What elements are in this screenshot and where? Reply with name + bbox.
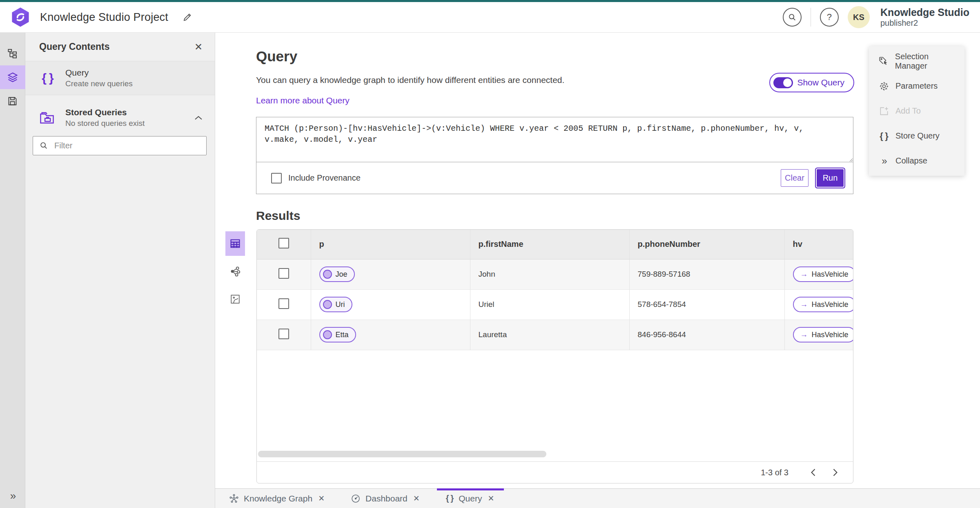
cell-phone-number: 759-889-57168 [629, 259, 784, 289]
row-checkbox[interactable] [278, 329, 289, 339]
search-button[interactable] [783, 8, 802, 27]
panel-close-button[interactable]: ✕ [194, 42, 203, 52]
search-icon [788, 13, 797, 22]
table-row: JoeJohn759-889-57168→HasVehicle [257, 259, 853, 289]
row-checkbox[interactable] [278, 298, 289, 309]
menu-item-collapse[interactable]: » Collapse [869, 148, 964, 173]
relationship-pill[interactable]: →HasVehicle [793, 266, 854, 282]
table-header-row: p p.firstName p.phoneNumber hv [257, 230, 853, 259]
previous-page-button[interactable] [805, 464, 821, 481]
panel-item-query[interactable]: { } Query Create new queries [25, 61, 215, 95]
arrow-right-icon: → [800, 270, 808, 279]
account-user: publisher2 [880, 18, 969, 28]
edit-title-button[interactable] [180, 10, 194, 24]
entity-pill[interactable]: Etta [319, 327, 356, 342]
query-description: You can query a knowledge graph to ident… [256, 75, 853, 85]
entity-node-icon [323, 330, 332, 339]
rail-expand-button[interactable]: » [0, 490, 25, 502]
horizontal-scrollbar-thumb[interactable] [258, 451, 546, 457]
entity-pill[interactable]: Joe [319, 266, 355, 282]
table-view-icon [229, 238, 241, 249]
pagination-range: 1-3 of 3 [761, 468, 788, 477]
project-title: Knowledge Studio Project [40, 11, 168, 24]
menu-item-add-to[interactable]: Add To [869, 98, 964, 123]
learn-more-link[interactable]: Learn more about Query [256, 96, 350, 105]
tab-label: Knowledge Graph [244, 494, 312, 504]
filter-input[interactable] [33, 136, 207, 155]
menu-item-parameters[interactable]: Parameters [869, 74, 964, 98]
chevron-up-icon[interactable] [194, 115, 203, 120]
table-row: EttaLauretta846-956-8644→HasVehicle [257, 320, 853, 350]
map-view-icon [230, 294, 241, 304]
add-to-icon [879, 106, 889, 116]
table-view-button[interactable] [225, 231, 245, 256]
chevron-right-icon [833, 468, 838, 477]
avatar[interactable]: KS [848, 6, 870, 28]
entity-pill[interactable]: Uri [319, 297, 352, 312]
menu-item-label: Collapse [895, 156, 927, 166]
relationship-pill[interactable]: →HasVehicle [793, 327, 854, 342]
tree-view-icon [7, 48, 18, 59]
row-checkbox[interactable] [278, 268, 289, 279]
stored-queries-subtitle: No stored queries exist [65, 119, 145, 128]
select-all-checkbox[interactable] [278, 238, 289, 248]
rail-item-save[interactable] [0, 89, 25, 113]
knowledge-graph-icon [229, 494, 239, 504]
cell-phone-number: 578-654-7854 [629, 289, 784, 320]
help-button[interactable]: ? [820, 8, 839, 27]
results-title: Results [256, 209, 853, 223]
braces-icon: { } [39, 71, 56, 85]
results-card: p p.firstName p.phoneNumber hv JoeJohn75… [256, 229, 853, 483]
include-provenance-checkbox[interactable] [271, 173, 282, 184]
table-scroll-area [257, 350, 853, 462]
query-textarea[interactable]: MATCH (p:Person)-[hv:HasVehicle]->(v:Veh… [256, 117, 853, 162]
query-actions-menu: Selection Manager Parameters Add To { } [869, 46, 964, 176]
chevron-left-icon [811, 468, 816, 477]
results-table-body: JoeJohn759-889-57168→HasVehicleUriUriel5… [257, 259, 853, 350]
run-button[interactable]: Run [817, 169, 844, 187]
account-name: Knowledge Studio [880, 7, 969, 18]
rail-item-layers[interactable] [0, 65, 25, 89]
column-header[interactable]: hv [784, 230, 853, 259]
clear-button[interactable]: Clear [781, 169, 808, 187]
column-header[interactable]: p [311, 230, 470, 259]
tab-close-icon[interactable]: ✕ [412, 493, 421, 504]
header-divider [811, 8, 811, 27]
tab-dashboard[interactable]: Dashboard ✕ [342, 489, 430, 508]
table-row: UriUriel578-654-7854→HasVehicle [257, 289, 853, 320]
entity-node-icon [323, 270, 332, 279]
graph-view-button[interactable] [225, 259, 245, 284]
braces-icon: { } [878, 131, 890, 141]
include-provenance-label: Include Provenance [288, 173, 361, 183]
app-window: Knowledge Studio Project ? KS Knowledge … [0, 0, 980, 508]
tag-cursor-icon [878, 56, 889, 67]
top-bar: Knowledge Studio Project ? KS Knowledge … [0, 2, 980, 33]
column-header[interactable]: p.phoneNumber [629, 230, 784, 259]
panel-item-title: Query [65, 68, 133, 78]
app-logo-icon[interactable] [11, 7, 30, 27]
chevrons-right-icon: » [878, 155, 890, 167]
menu-item-selection-manager[interactable]: Selection Manager [869, 49, 964, 74]
tab-query[interactable]: { } Query ✕ [437, 489, 504, 508]
menu-item-store-query[interactable]: { } Store Query [869, 123, 964, 148]
next-page-button[interactable] [827, 464, 843, 481]
results-table: p p.firstName p.phoneNumber hv JoeJohn75… [257, 230, 853, 350]
menu-item-label: Store Query [895, 131, 940, 141]
dashboard-icon [351, 494, 361, 504]
search-icon [39, 141, 48, 150]
rail-item-tree-view[interactable] [0, 42, 25, 65]
tab-close-icon[interactable]: ✕ [317, 493, 325, 504]
left-icon-rail: » [0, 33, 25, 508]
tab-close-icon[interactable]: ✕ [487, 493, 495, 504]
show-query-toggle[interactable]: Show Query [769, 73, 854, 92]
stored-queries-title: Stored Queries [65, 107, 145, 117]
cell-phone-number: 846-956-8644 [629, 320, 784, 350]
map-view-button[interactable] [225, 287, 245, 311]
tab-knowledge-graph[interactable]: Knowledge Graph ✕ [220, 489, 334, 508]
column-header[interactable]: p.firstName [470, 230, 629, 259]
relationship-pill[interactable]: →HasVehicle [793, 297, 854, 312]
folder-icon [39, 110, 55, 125]
stored-queries-header[interactable]: Stored Queries No stored queries exist [25, 100, 215, 134]
cell-first-name: Uriel [470, 289, 629, 320]
help-icon: ? [827, 12, 832, 22]
